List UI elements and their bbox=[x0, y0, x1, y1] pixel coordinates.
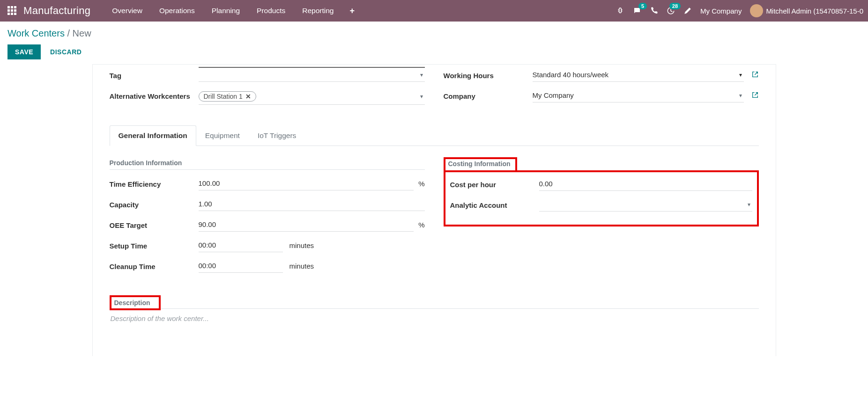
alt-workcenter-chip: Drill Station 1 ✕ bbox=[199, 91, 256, 102]
company-switcher[interactable]: My Company bbox=[700, 7, 742, 15]
time-efficiency-input[interactable] bbox=[199, 176, 414, 190]
costing-information-box: Cost per hour Analytic Account ▾ bbox=[444, 170, 759, 226]
nav-right: 5 28 My Company Mitchell Admin (15470857… bbox=[616, 4, 863, 17]
capacity-input[interactable] bbox=[199, 197, 425, 211]
nav-add-icon[interactable]: + bbox=[342, 6, 362, 16]
avatar bbox=[750, 4, 763, 17]
analytic-account-input[interactable]: ▾ bbox=[539, 197, 752, 212]
user-menu[interactable]: Mitchell Admin (15470857-15-0 bbox=[750, 4, 863, 17]
oee-target-input[interactable] bbox=[199, 218, 414, 232]
tag-input[interactable]: ▾ bbox=[199, 68, 425, 82]
action-row: SAVE DISCARD bbox=[7, 44, 861, 59]
description-heading: Description bbox=[110, 295, 161, 310]
oee-target-label: OEE Target bbox=[110, 218, 199, 230]
cost-per-hour-input[interactable] bbox=[539, 177, 752, 191]
percent-unit: % bbox=[416, 221, 424, 229]
cleanup-time-label: Cleanup Time bbox=[110, 259, 199, 271]
chip-text: Drill Station 1 bbox=[204, 93, 243, 100]
minutes-unit: minutes bbox=[288, 262, 314, 270]
breadcrumb-root[interactable]: Work Centers bbox=[7, 28, 65, 38]
discard-button[interactable]: DISCARD bbox=[47, 44, 84, 59]
alt-workcenters-label: Alternative Workcenters bbox=[110, 88, 199, 101]
apps-icon[interactable] bbox=[7, 6, 17, 15]
nav-overview[interactable]: Overview bbox=[104, 0, 151, 22]
production-information-heading: Production Information bbox=[110, 159, 425, 170]
nav-operations[interactable]: Operations bbox=[151, 0, 203, 22]
percent-unit: % bbox=[416, 180, 424, 188]
time-efficiency-label: Time Efficiency bbox=[110, 176, 199, 189]
company-input[interactable]: My Company ▾ bbox=[533, 88, 744, 102]
messages-badge: 5 bbox=[638, 3, 647, 9]
external-link-icon[interactable] bbox=[751, 71, 759, 80]
breadcrumb: Work Centers / New bbox=[7, 28, 861, 39]
nav-products[interactable]: Products bbox=[248, 0, 294, 22]
control-area: Work Centers / New SAVE DISCARD bbox=[0, 22, 868, 59]
breadcrumb-sep: / bbox=[65, 28, 73, 38]
chevron-down-icon[interactable]: ▾ bbox=[420, 93, 423, 100]
tabs: General Information Equipment IoT Trigge… bbox=[110, 125, 759, 146]
debug-icon[interactable] bbox=[616, 7, 624, 15]
setup-time-label: Setup Time bbox=[110, 238, 199, 251]
activities-badge: 28 bbox=[669, 3, 681, 9]
remove-chip-icon[interactable]: ✕ bbox=[245, 93, 251, 100]
tab-iot-triggers[interactable]: IoT Triggers bbox=[249, 125, 305, 146]
external-link-icon[interactable] bbox=[751, 91, 759, 100]
app-brand[interactable]: Manufacturing bbox=[23, 5, 90, 17]
description-input[interactable] bbox=[110, 309, 759, 328]
costing-information-heading: Costing Information bbox=[444, 157, 517, 172]
company-value: My Company bbox=[533, 91, 574, 99]
capacity-label: Capacity bbox=[110, 197, 199, 210]
tag-label: Tag bbox=[110, 68, 199, 80]
nav-reporting[interactable]: Reporting bbox=[294, 0, 342, 22]
save-button[interactable]: SAVE bbox=[7, 44, 41, 59]
chevron-down-icon[interactable]: ▾ bbox=[739, 92, 742, 99]
messages-icon[interactable]: 5 bbox=[633, 7, 641, 15]
breadcrumb-leaf: New bbox=[73, 28, 91, 38]
top-navbar: Manufacturing Overview Operations Planni… bbox=[0, 0, 868, 22]
minutes-unit: minutes bbox=[288, 241, 314, 249]
working-hours-input[interactable]: Standard 40 hours/week ▾ bbox=[533, 68, 744, 82]
chevron-down-icon[interactable]: ▾ bbox=[748, 201, 750, 208]
cost-per-hour-label: Cost per hour bbox=[450, 177, 539, 190]
user-name: Mitchell Admin (15470857-15-0 bbox=[766, 7, 863, 15]
cleanup-time-input[interactable] bbox=[199, 259, 283, 273]
tab-equipment[interactable]: Equipment bbox=[196, 125, 249, 146]
nav-links: Overview Operations Planning Products Re… bbox=[104, 0, 362, 22]
analytic-account-label: Analytic Account bbox=[450, 197, 539, 210]
nav-planning[interactable]: Planning bbox=[203, 0, 248, 22]
form-sheet: Tag ▾ Alternative Workcenters Drill Stat… bbox=[92, 64, 776, 356]
company-label: Company bbox=[444, 88, 533, 101]
working-hours-label: Working Hours bbox=[444, 68, 533, 80]
chevron-down-icon[interactable]: ▾ bbox=[739, 72, 742, 78]
alt-workcenters-input[interactable]: Drill Station 1 ✕ ▾ bbox=[199, 88, 425, 105]
activities-icon[interactable]: 28 bbox=[667, 7, 675, 15]
working-hours-value: Standard 40 hours/week bbox=[533, 71, 609, 79]
phone-icon[interactable] bbox=[650, 7, 658, 15]
setup-time-input[interactable] bbox=[199, 238, 283, 252]
tools-icon[interactable] bbox=[683, 7, 692, 15]
tab-general-information[interactable]: General Information bbox=[110, 125, 196, 146]
chevron-down-icon[interactable]: ▾ bbox=[420, 72, 423, 78]
